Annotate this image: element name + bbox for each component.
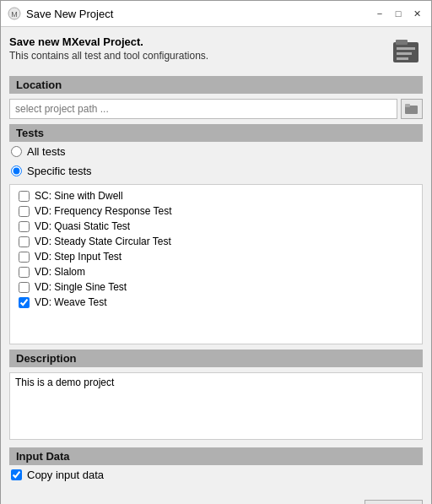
description-textarea[interactable] (9, 372, 423, 440)
browse-button[interactable] (401, 99, 423, 119)
folder-icon (405, 103, 418, 115)
window-title: Save New Project (26, 8, 367, 20)
list-item: VD: Weave Test (10, 295, 422, 310)
test-label-t4[interactable]: VD: Steady State Circular Test (35, 236, 171, 247)
input-data-section: Input Data Copy input data (9, 447, 423, 485)
svg-rect-3 (396, 40, 408, 45)
list-item: SC: Sine with Dwell (10, 188, 422, 203)
footer: Save (1, 493, 431, 504)
test-label-t6[interactable]: VD: Slalom (35, 266, 85, 278)
maximize-button[interactable]: □ (391, 6, 406, 21)
minimize-button[interactable]: − (372, 6, 387, 21)
test-label-t3[interactable]: VD: Quasi Static Test (35, 220, 130, 232)
svg-rect-6 (397, 57, 408, 60)
window-body: Save new MXeval Project. This contains a… (1, 27, 431, 493)
save-button[interactable]: Save (364, 500, 423, 504)
list-item: VD: Quasi Static Test (10, 219, 422, 234)
main-window: M Save New Project − □ ✕ Save new MXeval… (0, 0, 432, 504)
tests-list: SC: Sine with DwellVD: Frequency Respons… (9, 184, 423, 344)
test-label-t1[interactable]: SC: Sine with Dwell (35, 190, 123, 202)
test-label-t5[interactable]: VD: Step Input Test (35, 251, 122, 263)
test-checkbox-t7[interactable] (19, 282, 30, 293)
all-tests-label[interactable]: All tests (27, 145, 66, 158)
list-item: VD: Frequency Response Test (10, 203, 422, 219)
header-title: Save new MXeval Project. (9, 35, 208, 48)
test-checkbox-t1[interactable] (19, 191, 30, 202)
test-checkbox-t4[interactable] (19, 236, 30, 247)
svg-rect-5 (397, 52, 412, 55)
test-label-t8[interactable]: VD: Weave Test (35, 296, 107, 308)
specific-tests-label[interactable]: Specific tests (27, 165, 92, 177)
svg-rect-8 (405, 104, 410, 107)
app-icon: M (8, 7, 21, 20)
description-section-label: Description (9, 350, 423, 367)
header-section: Save new MXeval Project. This contains a… (9, 35, 423, 69)
title-bar: M Save New Project − □ ✕ (1, 1, 431, 27)
test-label-t2[interactable]: VD: Frequency Response Test (35, 205, 172, 217)
test-label-t7[interactable]: VD: Single Sine Test (35, 281, 127, 293)
test-checkbox-t3[interactable] (19, 221, 30, 232)
project-icon (389, 35, 423, 69)
test-checkbox-t8[interactable] (19, 297, 30, 308)
tests-section-label: Tests (9, 124, 423, 142)
description-section: Description (9, 350, 423, 442)
specific-tests-row: Specific tests (9, 161, 423, 181)
copy-input-row: Copy input data (9, 465, 423, 485)
test-checkbox-t5[interactable] (19, 252, 30, 263)
test-checkbox-t6[interactable] (19, 267, 30, 278)
location-row (9, 99, 423, 119)
list-item: VD: Step Input Test (10, 249, 422, 264)
list-item: VD: Steady State Circular Test (10, 234, 422, 249)
list-item: VD: Slalom (10, 264, 422, 279)
header-text: Save new MXeval Project. This contains a… (9, 35, 208, 62)
location-input[interactable] (9, 99, 397, 119)
tests-section: Tests All tests Specific tests SC: Sine … (9, 124, 423, 344)
close-button[interactable]: ✕ (409, 6, 424, 21)
location-section-label: Location (9, 76, 423, 94)
header-subtitle: This contains all test and tool configur… (9, 50, 208, 62)
copy-input-label[interactable]: Copy input data (27, 469, 104, 481)
copy-input-checkbox[interactable] (11, 469, 22, 480)
all-tests-row: All tests (9, 142, 423, 161)
svg-text:M: M (11, 10, 18, 19)
input-data-section-label: Input Data (9, 447, 423, 465)
svg-rect-4 (397, 47, 415, 50)
test-checkbox-t2[interactable] (19, 206, 30, 217)
specific-tests-radio[interactable] (11, 165, 22, 176)
all-tests-radio[interactable] (11, 146, 22, 157)
window-controls: − □ ✕ (372, 6, 424, 21)
list-item: VD: Single Sine Test (10, 279, 422, 295)
